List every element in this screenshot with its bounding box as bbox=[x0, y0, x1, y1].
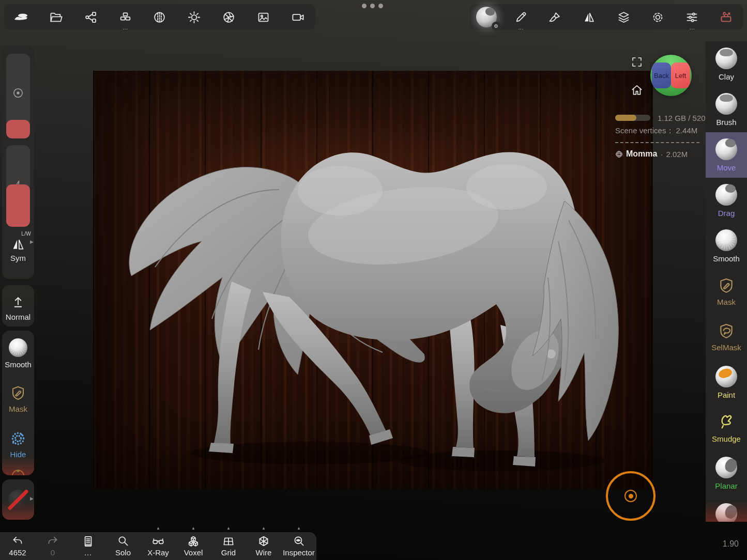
material-slot-panel: ▶ bbox=[2, 479, 34, 520]
tool-selmask[interactable]: SelMask bbox=[706, 314, 747, 360]
tool-list-panel: Clay Brush Move Drag Smooth Mask bbox=[706, 41, 747, 522]
tool-clay-label: Clay bbox=[719, 72, 734, 81]
tool-move[interactable]: Move bbox=[706, 132, 747, 178]
mask-quick-button[interactable]: Mask bbox=[2, 376, 34, 422]
tool-smudge[interactable]: Smudge bbox=[706, 405, 747, 450]
tool-paint[interactable]: Paint bbox=[706, 360, 747, 405]
voxel-cubes-icon bbox=[187, 535, 200, 548]
nav-face-left[interactable]: Left bbox=[671, 63, 690, 88]
mask-shield-icon bbox=[718, 277, 735, 294]
paint-sphere-icon bbox=[715, 366, 737, 387]
material-button[interactable]: ⚙ bbox=[472, 4, 500, 30]
tool-mask[interactable]: Mask bbox=[706, 269, 747, 314]
grid-button[interactable]: ▲ Grid bbox=[211, 532, 246, 560]
image-icon bbox=[256, 10, 270, 24]
interface-sliders-button[interactable]: … bbox=[678, 4, 706, 30]
pencil-icon bbox=[514, 10, 528, 24]
brush-cursor-ring bbox=[606, 471, 655, 521]
grid-caret: ▲ bbox=[226, 526, 231, 531]
painting-button[interactable] bbox=[541, 4, 569, 30]
settings-button[interactable] bbox=[644, 4, 672, 30]
no-material-sphere-icon bbox=[8, 490, 28, 509]
topology-button[interactable]: … bbox=[111, 4, 139, 30]
top-right-toolbar: ⚙ … bbox=[469, 4, 743, 30]
normal-label: Normal bbox=[6, 313, 31, 321]
object-vertex-count: 2.02M bbox=[666, 150, 688, 159]
gizmo-tool-peek[interactable] bbox=[2, 467, 34, 475]
symmetry-expand-arrow[interactable]: ▶ bbox=[30, 239, 34, 244]
voxel-button[interactable]: ▲ Voxel bbox=[176, 532, 210, 560]
clay-sphere-icon bbox=[715, 48, 737, 69]
object-name: Momma bbox=[626, 149, 657, 159]
stroke-pencil-button[interactable]: … bbox=[507, 4, 535, 30]
app-logo-button[interactable] bbox=[7, 4, 35, 30]
turntable-button[interactable] bbox=[284, 4, 312, 30]
background-button[interactable] bbox=[250, 4, 278, 30]
wire-label: Wire bbox=[256, 548, 272, 557]
lighting-button[interactable] bbox=[180, 4, 208, 30]
tool-planar[interactable]: Planar bbox=[706, 450, 747, 496]
top-left-toolbar: … bbox=[4, 4, 315, 30]
radius-slider[interactable] bbox=[6, 54, 30, 138]
xray-label: X-Ray bbox=[147, 548, 169, 557]
stats-divider bbox=[615, 142, 699, 143]
layers-button[interactable] bbox=[609, 4, 637, 30]
solo-button[interactable]: Solo bbox=[106, 532, 140, 560]
tool-clay[interactable]: Clay bbox=[706, 41, 747, 87]
layers-icon bbox=[617, 10, 631, 24]
material-slot-arrow[interactable]: ▶ bbox=[30, 496, 34, 501]
multitask-handle[interactable] bbox=[362, 4, 383, 8]
hide-quick-button[interactable]: Hide bbox=[2, 422, 34, 467]
no-material-button[interactable] bbox=[2, 479, 34, 520]
app-window: Back Left 1.12 GB / 520 M Scene vertices… bbox=[0, 0, 747, 560]
smooth-quick-button[interactable]: Smooth bbox=[2, 331, 34, 376]
fullscreen-button[interactable] bbox=[630, 55, 644, 69]
grid-icon bbox=[222, 535, 235, 548]
tool-mask-label: Mask bbox=[717, 298, 736, 306]
sculpt-viewport[interactable]: Back Left 1.12 GB / 520 M Scene vertices… bbox=[0, 0, 747, 560]
xray-glasses-icon bbox=[151, 535, 165, 548]
toolbox-button[interactable] bbox=[712, 4, 740, 30]
solo-magnifier-icon bbox=[116, 535, 130, 548]
orientation-sphere[interactable]: Back Left bbox=[650, 55, 692, 96]
files-button[interactable] bbox=[42, 4, 70, 30]
tool-next-peek[interactable] bbox=[706, 496, 747, 522]
symmetry-button[interactable] bbox=[575, 4, 603, 30]
matcap-button[interactable] bbox=[146, 4, 174, 30]
tool-brush[interactable]: Brush bbox=[706, 87, 747, 132]
symmetry-label: Sym bbox=[10, 254, 26, 262]
sliders-more-dots: … bbox=[678, 25, 706, 29]
bottom-toolbar: 4652 0 … Solo ▲ X-Ray bbox=[0, 532, 316, 560]
redo-icon bbox=[46, 535, 59, 548]
normal-falloff-button[interactable]: Normal bbox=[2, 285, 34, 326]
tool-brush-label: Brush bbox=[716, 118, 736, 127]
tool-smooth[interactable]: Smooth bbox=[706, 223, 747, 269]
undo-icon bbox=[11, 535, 24, 548]
object-row: Momma · 2.02M bbox=[615, 149, 706, 159]
planar-sphere-icon bbox=[715, 457, 737, 478]
notes-button[interactable]: … bbox=[71, 532, 105, 560]
undo-button[interactable]: 4652 bbox=[1, 532, 35, 560]
home-icon bbox=[630, 83, 644, 97]
scene-stats: 1.12 GB / 520 M Scene vertices： 2.44M Mo… bbox=[615, 113, 706, 159]
wire-button[interactable]: ▲ Wire bbox=[247, 532, 281, 560]
inspector-button[interactable]: ▲ Inspector bbox=[282, 532, 316, 560]
intensity-slider[interactable] bbox=[6, 145, 30, 227]
intensity-slider-fill bbox=[6, 184, 30, 227]
postprocess-button[interactable] bbox=[215, 4, 243, 30]
falloff-panel: Normal bbox=[2, 285, 34, 326]
voxel-label: Voxel bbox=[184, 548, 203, 557]
video-camera-icon bbox=[291, 10, 305, 24]
grid-label: Grid bbox=[221, 548, 236, 557]
hide-dots-icon bbox=[10, 430, 26, 447]
tool-drag-label: Drag bbox=[718, 209, 735, 217]
nav-face-back[interactable]: Back bbox=[652, 63, 671, 88]
home-view-button[interactable] bbox=[630, 83, 644, 97]
scene-graph-button[interactable] bbox=[77, 4, 104, 30]
xray-button[interactable]: ▲ X-Ray bbox=[141, 532, 175, 560]
symmetry-toggle[interactable]: L/W ▶ Sym bbox=[2, 227, 34, 273]
redo-button[interactable]: 0 bbox=[36, 532, 70, 560]
toolbox-icon bbox=[719, 10, 733, 24]
redo-count: 0 bbox=[51, 548, 55, 557]
tool-drag[interactable]: Drag bbox=[706, 178, 747, 223]
